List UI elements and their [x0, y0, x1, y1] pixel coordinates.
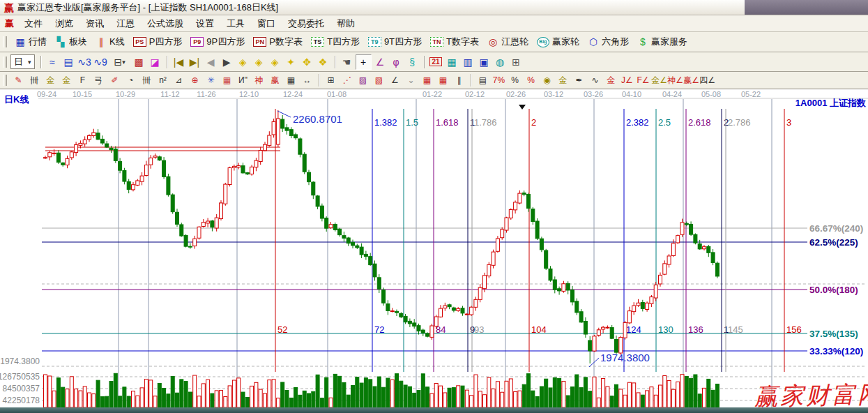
p-number-table-button[interactable]: PNP数字表 — [249, 34, 307, 50]
gann-wheel-button[interactable]: ◎江恩轮 — [483, 34, 533, 50]
time-cycle-tool-button[interactable]: ◔ — [123, 74, 138, 87]
fractal-tool-button[interactable]: § — [405, 55, 420, 69]
gold-grid-tool-button[interactable]: 金 — [43, 74, 58, 87]
chart-canvas[interactable]: 66.67%(240)62.5%(225)50.0%(180)37.5%(135… — [0, 89, 868, 407]
spiral-grid-tool-button[interactable]: 弓 — [91, 74, 106, 87]
menu-item-4[interactable]: 公式选股 — [141, 16, 190, 31]
info-note-button[interactable]: ▤ — [61, 55, 76, 69]
j-angle-tool-button[interactable]: J∠ — [620, 74, 634, 87]
9p-square-button[interactable]: P99P四方形 — [186, 34, 249, 50]
fan-box-tool-2-button[interactable]: ▧ — [372, 74, 386, 87]
profile-chart-button[interactable]: ◪ — [148, 55, 162, 69]
nine-wave-button[interactable]: ∿9 — [93, 55, 108, 69]
gann-line-tool-button[interactable]: φ — [389, 55, 404, 69]
percent-line-tool-button[interactable]: % — [524, 74, 538, 87]
t-number-table-button[interactable]: TNT数字表 — [426, 34, 483, 50]
fan-lines-tool-button[interactable]: ⋰ — [340, 74, 354, 87]
calculator-button[interactable]: ▦ — [445, 55, 459, 69]
sectors-button[interactable]: ▚板块 — [51, 34, 91, 50]
crosshair-tool-button[interactable]: + — [356, 54, 372, 70]
expand-horizontal-button[interactable]: ◈ — [268, 55, 282, 69]
k-quote-tool-button[interactable]: И'' — [236, 74, 250, 87]
menu-item-7[interactable]: 窗口 — [251, 16, 282, 31]
period-day-selector[interactable]: 日▾ — [10, 54, 35, 69]
page-right-button[interactable]: ▶ — [220, 55, 234, 69]
mark-pen-tool-button[interactable]: ✒ — [572, 74, 586, 87]
9t-square-button[interactable]: T99T四方形 — [364, 34, 426, 50]
shift-right-button[interactable]: ◈ — [252, 55, 266, 69]
fit-view-button[interactable]: ❖ — [316, 55, 330, 69]
menu-item-8[interactable]: 交易委托 — [282, 16, 330, 31]
calendar-button[interactable]: 21 — [429, 55, 443, 69]
p-square-button[interactable]: PSP四方形 — [129, 34, 187, 50]
si-angle-tool-button[interactable]: 四∠ — [700, 74, 715, 87]
first-bar-button[interactable]: |◀ — [172, 55, 186, 69]
grid-scale-tool-button[interactable]: 卌 — [27, 74, 42, 87]
t-square-button[interactable]: TST四方形 — [307, 34, 364, 50]
zoom-in-button[interactable]: ✦ — [284, 55, 298, 69]
gold-red-tool-button[interactable]: 金 — [604, 74, 618, 87]
9t-square-icon: T9 — [368, 37, 381, 47]
gold-grid-tool-2-button[interactable]: 金 — [59, 74, 74, 87]
workstation-button[interactable]: ⊞ — [509, 55, 524, 69]
last-bar-button[interactable]: ▶| — [188, 55, 202, 69]
shen-angle-tool-button[interactable]: 神∠ — [668, 74, 683, 87]
parallel-lines-tool-button[interactable]: ∥ — [452, 74, 466, 87]
gann-map-button[interactable]: ▩ — [132, 55, 146, 69]
percent-channel-tool-button[interactable]: 7% — [492, 74, 506, 87]
ying-grid-tool-button[interactable]: 赢 — [268, 74, 282, 87]
angle-lines-tool-button[interactable]: ∠ — [388, 74, 402, 87]
hand-tool-button[interactable]: ☚ — [340, 55, 354, 69]
candle-style-selector-button[interactable]: ⊟▾ — [109, 55, 130, 69]
notes-button[interactable]: ▥ — [461, 55, 475, 69]
shift-left-button[interactable]: ◈ — [236, 55, 250, 69]
red-matrix-arrow-tool-button[interactable]: ▦ — [436, 74, 450, 87]
candle-body — [250, 167, 254, 174]
page-left-button[interactable]: ◀ — [204, 55, 218, 69]
web-export-button[interactable]: ◍ — [493, 55, 508, 69]
fib-list-tool-button[interactable]: ▤ — [475, 74, 490, 87]
volume-bar — [549, 388, 552, 407]
save-button[interactable]: ▣ — [477, 55, 492, 69]
red-matrix-tool-button[interactable]: ▦ — [420, 74, 434, 87]
shen-grid-tool-button[interactable]: 神 — [252, 74, 266, 87]
zoom-out-button[interactable]: ✥ — [300, 55, 314, 69]
trendline-tool-button[interactable]: ∠ — [373, 55, 388, 69]
three-wave-button[interactable]: ∿3 — [77, 55, 92, 69]
star-grid-tool-button[interactable]: ✳ — [204, 74, 218, 87]
hexagon-button[interactable]: ⬡六角形 — [584, 34, 633, 50]
fan-box-tool-button[interactable]: ▨ — [356, 74, 370, 87]
red-grid-tool-button[interactable]: ▦ — [220, 74, 234, 87]
span-measure-tool-button[interactable]: ↔ — [300, 74, 314, 87]
f-angle-tool-button[interactable]: F∠ — [636, 74, 650, 87]
menu-item-3[interactable]: 江恩 — [110, 16, 141, 31]
frame-tool-button[interactable]: ⊞ — [323, 74, 338, 87]
quotes-button[interactable]: ▦行情 — [10, 34, 51, 50]
target-cross-tool-button[interactable]: ⊕ — [188, 74, 202, 87]
menu-item-0[interactable]: 文件 — [18, 16, 49, 31]
angle-mirror-tool-button[interactable]: ⊿ — [172, 74, 186, 87]
menu-item-2[interactable]: 资讯 — [79, 16, 110, 31]
v-line-tool-button[interactable]: ⌄ — [404, 74, 418, 87]
winner-service-button[interactable]: $赢家服务 — [633, 34, 692, 50]
zigzag-overlay-button[interactable]: ≈ — [45, 55, 60, 69]
menu-item-5[interactable]: 设置 — [190, 16, 220, 31]
winner-wheel-button[interactable]: Big赢家轮 — [533, 34, 584, 50]
n-square-tool-button[interactable]: n² — [155, 74, 170, 87]
grid-123-tool-button[interactable]: ▦ — [284, 74, 298, 87]
brush-tool-2-button[interactable]: ✐ — [107, 74, 122, 87]
menu-item-1[interactable]: 浏览 — [49, 16, 79, 31]
brush-tool-button[interactable]: ✎ — [11, 74, 26, 87]
ying-angle-tool-button[interactable]: 赢∠ — [684, 74, 699, 87]
gold-section-line-tool-button[interactable]: 金 — [556, 74, 570, 87]
percent-tool-button[interactable]: % — [508, 74, 522, 87]
menu-item-9[interactable]: 帮助 — [330, 16, 361, 31]
menu-item-6[interactable]: 工具 — [220, 16, 251, 31]
gold-angle-tool-button[interactable]: 金∠ — [652, 74, 667, 87]
candle-body — [654, 285, 657, 298]
kline-button[interactable]: ∥K线 — [91, 34, 129, 50]
wave-band-tool-button[interactable]: ∿ — [588, 74, 602, 87]
scale-tool-button[interactable]: 卌 — [139, 74, 154, 87]
gold-section-circle-tool-button[interactable]: ◉ — [540, 74, 554, 87]
f-grid-tool-button[interactable]: F — [75, 74, 90, 87]
